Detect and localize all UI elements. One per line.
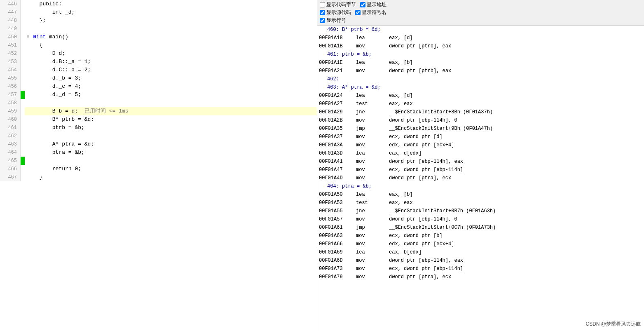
disasm-operands: dword ptr [ebp-114h], eax: [389, 157, 463, 166]
disasm-operands: dword ptr [ebp-114h], 0: [389, 215, 457, 223]
disasm-mnemonic: mov: [356, 141, 389, 149]
disasm-mnemonic: jne: [356, 207, 389, 215]
disasm-line[interactable]: 00F01A29jne__$EncStackInitStart+8Bh (0F0…: [317, 108, 644, 116]
disasm-line[interactable]: 00F01A57movdword ptr [ebp-114h], 0: [317, 215, 644, 223]
disasm-line[interactable]: 00F01A4Dmovdword ptr [ptra], ecx: [317, 174, 644, 182]
disasm-line[interactable]: 00F01A69leaeax, b[edx]: [317, 248, 644, 256]
disasm-line[interactable]: 00F01A47movecx, dword ptr [ebp-114h]: [317, 166, 644, 174]
disasm-address: 00F01A57: [319, 215, 356, 223]
disasm-line[interactable]: 00F01A24leaeax, [d]: [317, 92, 644, 100]
disasm-line[interactable]: 00F01A2Bmovdword ptr [ebp-114h], 0: [317, 116, 644, 124]
main-container: 446 public:447 int _d;448 };449450⊟⊟int …: [0, 0, 644, 331]
disasm-address: 00F01A6D: [319, 256, 356, 265]
line-gutter: [21, 157, 25, 165]
line-content: int _d;: [31, 8, 317, 16]
disasm-address: 00F01A21: [319, 67, 356, 75]
code-line: 461 ptrb = &b;: [0, 124, 317, 132]
disasm-line[interactable]: 464: ptra = &b;: [317, 182, 644, 190]
disasm-line[interactable]: 00F01A3Dleaeax, d[edx]: [317, 149, 644, 157]
disasm-line[interactable]: 00F01A41movdword ptr [ebp-114h], eax: [317, 157, 644, 166]
disasm-line[interactable]: 463: A* ptra = &d;: [317, 83, 644, 92]
disasm-content[interactable]: 460: B* ptrb = &d;00F01A18leaeax, [d]00F…: [317, 26, 644, 331]
checkbox-input-cb-source[interactable]: [320, 10, 325, 15]
disasm-line[interactable]: 00F01A66movedx, dword ptr [ecx+4]: [317, 240, 644, 248]
toolbar-checkbox-cb-source[interactable]: 显示源代码: [320, 9, 351, 16]
disasm-mnemonic: mov: [356, 215, 389, 223]
disasm-line[interactable]: 460: B* ptrb = &d;: [317, 26, 644, 34]
toolbar-checkbox-cb-symbol[interactable]: 显示符号名: [355, 9, 386, 16]
disasm-line[interactable]: 00F01A55jne__$EncStackInitStart+0B7h (0F…: [317, 207, 644, 215]
code-line: 456 d._c = 4;: [0, 82, 317, 91]
disasm-operands: __$EncStackInitStart+0B7h (0F01A63h): [389, 207, 496, 215]
line-content: {: [31, 41, 317, 49]
fold-indicator: [25, 132, 31, 140]
toolbar-checkbox-cb-address[interactable]: 显示地址: [360, 1, 386, 8]
line-number: 460: [0, 115, 21, 124]
disasm-operands: edx, dword ptr [ecx+4]: [389, 141, 454, 149]
fold-indicator: [25, 41, 31, 49]
disasm-line[interactable]: 00F01A63movecx, dword ptr [b]: [317, 232, 644, 240]
fold-indicator: [25, 91, 31, 99]
disasm-src-line: 462:: [319, 75, 339, 83]
disasm-line[interactable]: 00F01A73movecx, dword ptr [ebp-114h]: [317, 265, 644, 273]
disasm-line[interactable]: 00F01A79movdword ptr [ptra], ecx: [317, 273, 644, 281]
line-gutter: [21, 165, 25, 173]
disasm-mnemonic: mov: [356, 265, 389, 273]
line-gutter: [21, 25, 25, 33]
toolbar-checkbox-cb-lineno[interactable]: 显示行号: [320, 17, 346, 24]
disasm-address: 00F01A3D: [319, 149, 356, 157]
disasm-address: 00F01A47: [319, 166, 356, 174]
line-content: D d;: [31, 49, 317, 58]
toolbar-checkbox-cb-bytecode[interactable]: 显示代码字节: [320, 1, 356, 8]
disasm-line[interactable]: 00F01A6Dmovdword ptr [ebp-114h], eax: [317, 256, 644, 265]
disasm-line[interactable]: 461: ptrb = &b;: [317, 50, 644, 59]
disasm-line[interactable]: 00F01A35jmp__$EncStackInitStart+9Bh (0F0…: [317, 124, 644, 133]
disasm-line[interactable]: 00F01A61jmp__$EncStackInitStart+0C7h (0F…: [317, 223, 644, 232]
disasm-mnemonic: mov: [356, 157, 389, 166]
disasm-src-line: 463: A* ptra = &d;: [319, 83, 381, 92]
disasm-line[interactable]: 00F01A1Eleaeax, [b]: [317, 59, 644, 67]
code-line: 457 d._d = 5;: [0, 91, 317, 99]
disasm-mnemonic: lea: [356, 59, 389, 67]
line-gutter: [21, 173, 25, 181]
checkbox-input-cb-bytecode[interactable]: [320, 2, 325, 7]
disasm-line[interactable]: 00F01A27testeax, eax: [317, 100, 644, 108]
line-number: 459: [0, 107, 21, 115]
disasm-mnemonic: mov: [356, 240, 389, 248]
disasm-line[interactable]: 00F01A50leaeax, [b]: [317, 190, 644, 199]
fold-indicator[interactable]: ⊟: [25, 33, 31, 41]
line-number: 461: [0, 124, 21, 132]
disasm-address: 00F01A37: [319, 133, 356, 141]
disasm-operands: dword ptr [ptrb], eax: [389, 67, 451, 75]
disasm-line[interactable]: 00F01A1Bmovdword ptr [ptrb], eax: [317, 42, 644, 50]
disasm-address: 00F01A61: [319, 223, 356, 232]
disasm-mnemonic: jne: [356, 108, 389, 116]
line-gutter: [21, 66, 25, 74]
code-line: 466 return 0;: [0, 165, 317, 173]
line-content: d._c = 4;: [31, 82, 317, 91]
disasm-address: 00F01A1B: [319, 42, 356, 50]
disasm-operands: dword ptr [ptra], ecx: [389, 174, 451, 182]
disasm-address: 00F01A4D: [319, 174, 356, 182]
disasm-line[interactable]: 00F01A53testeax, eax: [317, 199, 644, 207]
disasm-line[interactable]: 00F01A37movecx, dword ptr [d]: [317, 133, 644, 141]
checkbox-input-cb-symbol[interactable]: [355, 10, 361, 15]
code-line: 463 A* ptra = &d;: [0, 140, 317, 148]
disasm-line[interactable]: 462:: [317, 75, 644, 83]
line-number: 456: [0, 82, 21, 91]
disasm-line[interactable]: 00F01A3Amovedx, dword ptr [ecx+4]: [317, 141, 644, 149]
disasm-mnemonic: jmp: [356, 124, 389, 133]
line-content: A* ptra = &d;: [31, 140, 317, 148]
disasm-line[interactable]: 00F01A21movdword ptr [ptrb], eax: [317, 67, 644, 75]
checkbox-input-cb-lineno[interactable]: [320, 18, 325, 23]
timing-tip: 已用时间 <= 1ms: [84, 108, 129, 114]
checkbox-input-cb-address[interactable]: [360, 2, 365, 7]
line-content: ⊟int main(): [31, 33, 317, 41]
line-content: d.C::_a = 2;: [31, 66, 317, 74]
disasm-operands: eax, [b]: [389, 190, 413, 199]
line-number: 454: [0, 66, 21, 74]
line-number: 455: [0, 74, 21, 82]
disasm-address: 00F01A53: [319, 199, 356, 207]
disasm-line[interactable]: 00F01A18leaeax, [d]: [317, 34, 644, 42]
toolbar-row-2: 显示行号: [320, 17, 642, 24]
